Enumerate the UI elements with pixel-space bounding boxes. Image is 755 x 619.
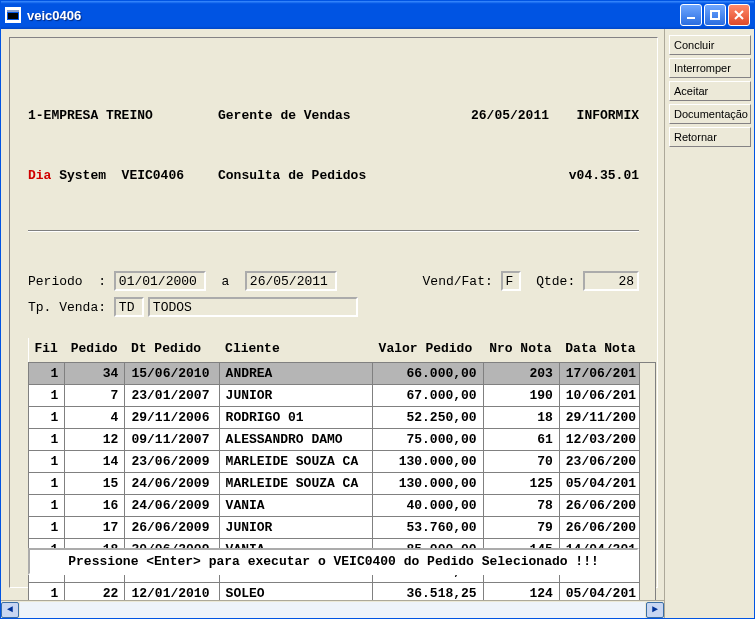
cell: 7: [65, 385, 125, 407]
cell: 23/06/2009: [125, 451, 219, 473]
minimize-button[interactable]: [680, 4, 702, 26]
cell: MARLEIDE SOUZA CA: [219, 451, 373, 473]
periodo-from-input[interactable]: [114, 271, 206, 291]
table-row[interactable]: 1723/01/2007JUNIOR67.000,0019010/06/201: [29, 385, 653, 407]
col-cliente[interactable]: Cliente: [219, 338, 373, 363]
cell: 67.000,00: [373, 385, 484, 407]
cell: 15/06/2010: [125, 363, 219, 385]
cell: 40.000,00: [373, 495, 484, 517]
cell: 203: [483, 363, 559, 385]
vendfat-input[interactable]: [501, 271, 521, 291]
side-panel: Concluir Interromper Aceitar Documentaçã…: [664, 29, 754, 618]
header-date: 26/05/2011: [471, 108, 549, 123]
cell: 1: [29, 495, 65, 517]
vendfat-label: Vend/Fat:: [423, 274, 501, 289]
cell: 190: [483, 385, 559, 407]
col-pedido[interactable]: Pedido: [65, 338, 125, 363]
cell: 17: [65, 517, 125, 539]
cell: RODRIGO 01: [219, 407, 373, 429]
col-valor-pedido[interactable]: Valor Pedido: [373, 338, 484, 363]
tpvenda-label: Tp. Venda:: [28, 300, 114, 315]
cell: 70: [483, 451, 559, 473]
scroll-track[interactable]: [20, 602, 645, 618]
qtde-input[interactable]: [583, 271, 639, 291]
cell: 14: [65, 451, 125, 473]
svg-rect-1: [7, 10, 19, 12]
cell: 79: [483, 517, 559, 539]
cell: 1: [29, 363, 65, 385]
separator: [28, 230, 639, 232]
col-nro-nota[interactable]: Nro Nota: [483, 338, 559, 363]
cell: 66.000,00: [373, 363, 484, 385]
scroll-right-icon[interactable]: ►: [646, 602, 664, 618]
cell: 29/11/2006: [125, 407, 219, 429]
cell: 24/06/2009: [125, 495, 219, 517]
table-row[interactable]: 11624/06/2009VANIA40.000,007826/06/200: [29, 495, 653, 517]
table-row[interactable]: 11209/11/2007ALESSANDRO DAMO75.000,00611…: [29, 429, 653, 451]
svg-rect-4: [711, 11, 719, 19]
cell: 1: [29, 429, 65, 451]
maximize-button[interactable]: [704, 4, 726, 26]
content-panel: 1-EMPRESA TREINO Gerente de Vendas 26/05…: [9, 37, 658, 588]
table-row[interactable]: 11423/06/2009MARLEIDE SOUZA CA130.000,00…: [29, 451, 653, 473]
cell: 1: [29, 517, 65, 539]
dia-prefix: Dia: [28, 168, 51, 183]
cell: 09/11/2007: [125, 429, 219, 451]
table-row[interactable]: 1429/11/2006RODRIGO 0152.250,001829/11/2…: [29, 407, 653, 429]
cell: 125: [483, 473, 559, 495]
a-label: a: [206, 274, 245, 289]
cell: ALESSANDRO DAMO: [219, 429, 373, 451]
cell: 1: [29, 385, 65, 407]
table-wrap: FilPedidoDt PedidoClienteValor PedidoNro…: [28, 338, 639, 618]
filter-block: Periodo : a Vend/Fat: Qtde: Tp. Venda:: [28, 268, 639, 320]
table-vscroll[interactable]: [639, 362, 656, 618]
svg-rect-2: [8, 13, 18, 19]
documentacao-button[interactable]: Documentação: [669, 104, 751, 124]
app-window: veic0406 1-EMPRESA TREINO Gerente de Ven…: [0, 0, 755, 619]
aceitar-button[interactable]: Aceitar: [669, 81, 751, 101]
interromper-button[interactable]: Interromper: [669, 58, 751, 78]
tpvenda-desc-input[interactable]: [148, 297, 358, 317]
app-icon: [5, 7, 21, 23]
retornar-button[interactable]: Retornar: [669, 127, 751, 147]
cell: 4: [65, 407, 125, 429]
system-name: INFORMIX: [577, 108, 639, 123]
col-dt-pedido[interactable]: Dt Pedido: [125, 338, 219, 363]
cell: 1: [29, 407, 65, 429]
col-fil[interactable]: Fil: [29, 338, 65, 363]
cell: 18: [483, 407, 559, 429]
cell: ANDREA: [219, 363, 373, 385]
svg-rect-3: [687, 17, 695, 19]
header-block: 1-EMPRESA TREINO Gerente de Vendas 26/05…: [28, 66, 639, 226]
status-bar: Pressione <Enter> para executar o VEIC04…: [28, 548, 639, 575]
cell: 34: [65, 363, 125, 385]
window-hscroll[interactable]: ◄ ►: [1, 600, 664, 618]
cell: 52.250,00: [373, 407, 484, 429]
cell: 16: [65, 495, 125, 517]
cell: 130.000,00: [373, 451, 484, 473]
main-area: 1-EMPRESA TREINO Gerente de Vendas 26/05…: [1, 29, 664, 618]
cell: JUNIOR: [219, 385, 373, 407]
cell: 26/06/2009: [125, 517, 219, 539]
cell: JUNIOR: [219, 517, 373, 539]
cell: 1: [29, 473, 65, 495]
cell: 78: [483, 495, 559, 517]
tpvenda-code-input[interactable]: [114, 297, 144, 317]
cell: 12: [65, 429, 125, 451]
cell: 23/01/2007: [125, 385, 219, 407]
table-row[interactable]: 11726/06/2009JUNIOR53.760,007926/06/200: [29, 517, 653, 539]
qtde-label: Qtde:: [521, 274, 583, 289]
version: v04.35.01: [569, 168, 639, 183]
table-row[interactable]: 11524/06/2009MARLEIDE SOUZA CA130.000,00…: [29, 473, 653, 495]
table-row[interactable]: 13415/06/2010ANDREA66.000,0020317/06/201: [29, 363, 653, 385]
col-data-nota[interactable]: Data Nota: [559, 338, 652, 363]
subtitle: Consulta de Pedidos: [218, 168, 366, 183]
cell: 75.000,00: [373, 429, 484, 451]
close-button[interactable]: [728, 4, 750, 26]
role-label: Gerente de Vendas: [218, 108, 351, 123]
titlebar[interactable]: veic0406: [1, 1, 754, 29]
cell: 15: [65, 473, 125, 495]
periodo-to-input[interactable]: [245, 271, 337, 291]
concluir-button[interactable]: Concluir: [669, 35, 751, 55]
scroll-left-icon[interactable]: ◄: [1, 602, 19, 618]
